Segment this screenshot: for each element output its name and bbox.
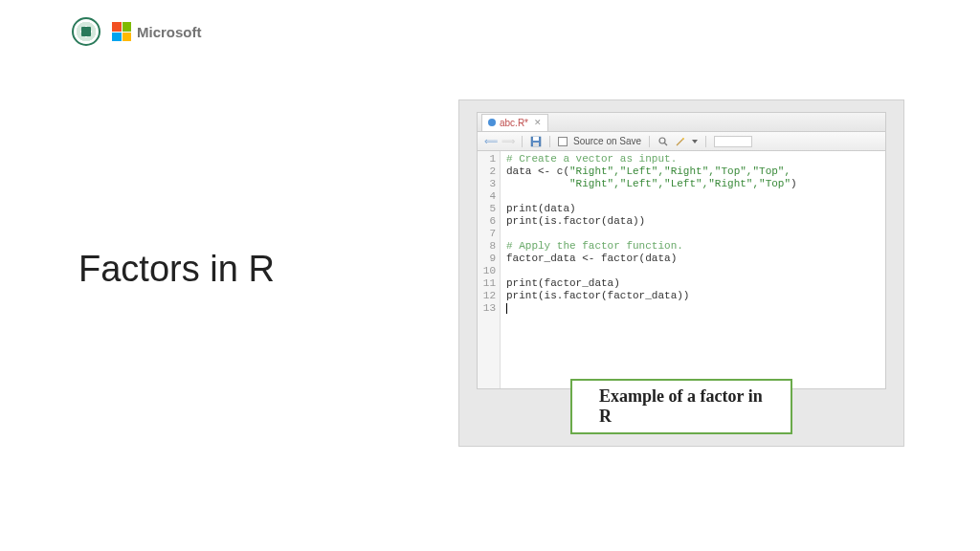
save-icon[interactable] xyxy=(530,136,542,147)
source-on-save-checkbox[interactable] xyxy=(558,137,568,146)
institution-seal-logo xyxy=(72,17,100,46)
slide-header: Microsoft xyxy=(72,17,202,46)
microsoft-wordmark: Microsoft xyxy=(137,24,202,40)
svg-line-4 xyxy=(665,143,668,145)
close-icon[interactable]: ✕ xyxy=(534,118,542,127)
magic-wand-icon[interactable] xyxy=(675,136,686,147)
microsoft-logo: Microsoft xyxy=(112,22,202,41)
slide-title: Factors in R xyxy=(78,249,275,290)
code-area[interactable]: 1 2 3 4 5 6 7 8 9 10 11 12 13 # Create a… xyxy=(478,151,885,388)
dropdown-arrow-icon[interactable] xyxy=(692,140,698,143)
line-gutter: 1 2 3 4 5 6 7 8 9 10 11 12 13 xyxy=(478,151,501,388)
file-tab[interactable]: abc.R* ✕ xyxy=(481,114,548,131)
editor-toolbar: ⟸ ⟹ Source on Save xyxy=(478,132,885,151)
caption-box: Example of a factor in R xyxy=(570,379,792,434)
code-text[interactable]: # Create a vector as input. data <- c("R… xyxy=(501,151,885,388)
source-on-save-label: Source on Save xyxy=(573,136,641,146)
code-editor-window: abc.R* ✕ ⟸ ⟹ Source on Save xyxy=(477,112,886,389)
r-file-icon xyxy=(488,119,496,126)
svg-rect-2 xyxy=(533,143,539,146)
svg-point-6 xyxy=(682,138,684,140)
text-cursor xyxy=(506,303,507,314)
forward-icon[interactable]: ⟹ xyxy=(502,136,514,147)
back-icon[interactable]: ⟸ xyxy=(485,136,497,147)
goto-line-input[interactable] xyxy=(714,136,752,147)
svg-line-5 xyxy=(677,139,683,145)
editor-tab-strip: abc.R* ✕ xyxy=(478,113,885,132)
search-icon[interactable] xyxy=(657,136,669,147)
microsoft-squares-icon xyxy=(112,22,131,41)
svg-rect-1 xyxy=(533,137,539,141)
svg-point-3 xyxy=(659,138,665,143)
code-editor-panel: abc.R* ✕ ⟸ ⟹ Source on Save xyxy=(458,99,904,447)
file-tab-name: abc.R* xyxy=(500,118,528,128)
